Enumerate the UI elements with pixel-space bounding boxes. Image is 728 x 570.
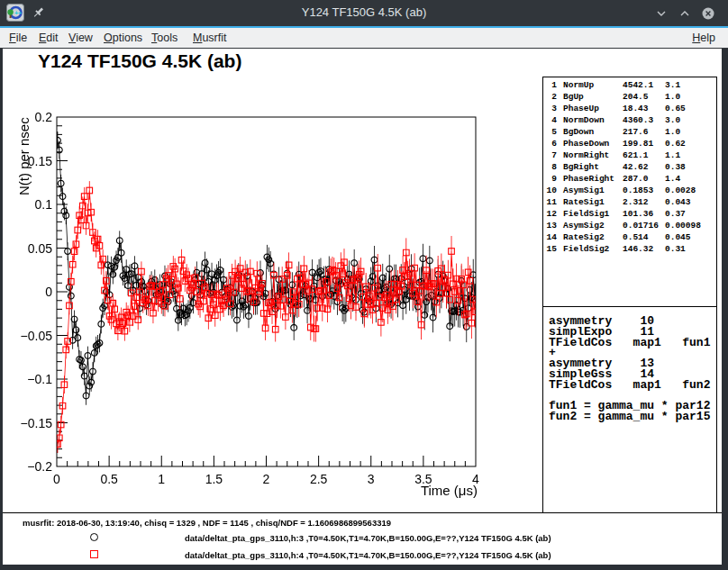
app-window: ++ Y124 TF150G 4.5K (ab) File Edit View … <box>0 0 728 570</box>
param-row: 8BgRight42.620.38 <box>543 162 716 174</box>
param-row: 3PhaseUp18.430.65 <box>543 104 716 115</box>
x-axis-label: Time (μs) <box>407 483 478 498</box>
fit-parameter-table: 1NormUp4542.13.12BgUp204.51.03PhaseUp18.… <box>542 77 717 307</box>
y-tick-label: 0 <box>3 285 52 299</box>
menubar: File Edit View Options Tools Musrfit Hel… <box>0 28 728 49</box>
legend-entry-label: data/deltat_pta_gps_3110,h:3 ,T0=4.50K,T… <box>185 533 551 543</box>
x-tick-label: 2.5 <box>299 472 339 486</box>
legend-square-marker <box>90 550 98 558</box>
asymmetry-plot[interactable] <box>3 49 538 513</box>
x-tick-label: 2 <box>247 472 287 486</box>
window-title: Y124 TF150G 4.5K (ab) <box>0 5 728 19</box>
param-row: 10AsymSig10.18530.0028 <box>543 185 716 197</box>
menu-edit[interactable]: Edit <box>39 32 59 44</box>
legend-circle-marker <box>90 533 98 541</box>
statusbar-separator <box>3 512 722 513</box>
titlebar[interactable]: ++ Y124 TF150G 4.5K (ab) <box>0 0 728 26</box>
x-tick-label: 1.5 <box>194 472 233 486</box>
menu-options[interactable]: Options <box>104 32 142 44</box>
param-row: 15FieldSig2146.320.31 <box>543 244 716 256</box>
x-tick-label: 3 <box>351 472 391 486</box>
param-row: 5BgDown217.61.0 <box>543 127 716 139</box>
fit-parameter-rows: 1NormUp4542.13.12BgUp204.51.03PhaseUp18.… <box>543 80 716 256</box>
param-row: 6PhaseDown199.810.62 <box>543 139 716 150</box>
param-row: 9PhaseRight287.01.4 <box>543 174 716 185</box>
theory-box: asymmetry 10 simplExpo 11 TFieldCos map1… <box>542 307 717 512</box>
x-tick-label: 1 <box>141 472 181 486</box>
fit-status-text: musrfit: 2018-06-30, 13:19:40, chisq = 1… <box>23 518 391 528</box>
theory-text: asymmetry 10 simplExpo 11 TFieldCos map1… <box>549 316 710 422</box>
minimize-button[interactable] <box>654 6 669 21</box>
menu-help[interactable]: Help <box>692 32 715 44</box>
legend-entry-label: data/deltat_pta_gps_3110,h:4 ,T0=4.50K,T… <box>185 550 551 560</box>
menu-tools[interactable]: Tools <box>151 32 177 44</box>
y-tick-label: −0.15 <box>3 416 52 430</box>
y-tick-label: 0.05 <box>3 241 52 256</box>
x-tick-label: 0 <box>37 472 77 486</box>
param-row: 14RateSig20.5140.045 <box>543 232 716 244</box>
y-axis-label: N(t) per nsec <box>16 117 32 195</box>
maximize-button[interactable] <box>678 6 692 21</box>
param-row: 11RateSig12.3120.043 <box>543 197 716 209</box>
param-row: 12FieldSig1101.360.37 <box>543 209 716 221</box>
y-tick-label: −0.05 <box>3 329 52 343</box>
legend-entry: data/deltat_pta_gps_3110,h:3 ,T0=4.50K,T… <box>3 533 722 544</box>
param-row: 4NormDown4360.33.0 <box>543 115 716 127</box>
close-button[interactable] <box>701 6 715 21</box>
menu-view[interactable]: View <box>68 32 93 44</box>
y-tick-label: −0.1 <box>3 372 52 386</box>
root-canvas: Y124 TF150G 4.5K (ab) 0.20.150.10.050−0.… <box>3 49 722 565</box>
menu-file[interactable]: File <box>9 32 27 44</box>
param-row: 1NormUp4542.13.1 <box>543 80 716 92</box>
param-row: 2BgUp204.51.0 <box>543 92 716 104</box>
menu-musrfit[interactable]: Musrfit <box>193 32 227 44</box>
y-tick-label: 0.1 <box>3 197 52 212</box>
legend-entry: data/deltat_pta_gps_3110,h:4 ,T0=4.50K,T… <box>3 550 722 561</box>
param-row: 7NormRight621.11.1 <box>543 150 716 162</box>
x-tick-label: 0.5 <box>89 472 129 486</box>
param-row: 13AsymSig20.017160.00098 <box>543 221 716 232</box>
